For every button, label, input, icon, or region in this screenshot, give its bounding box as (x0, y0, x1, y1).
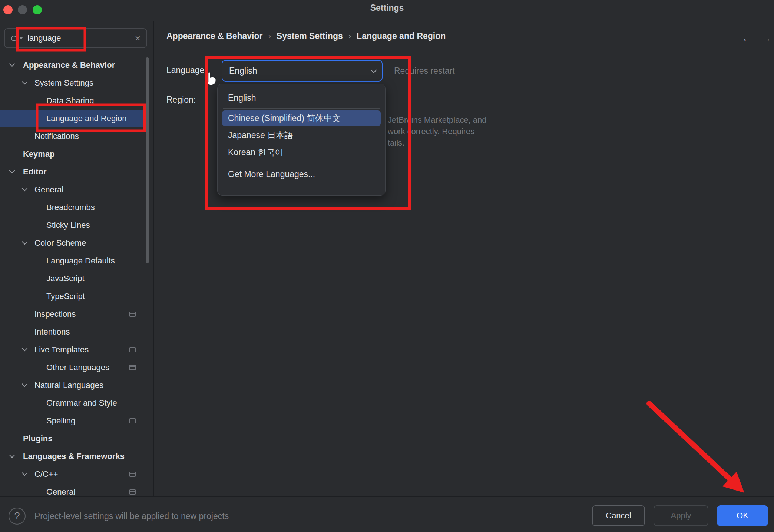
sidebar-item-data-sharing[interactable]: Data Sharing (0, 92, 153, 110)
breadcrumb-separator: › (348, 31, 351, 41)
window-icon (129, 418, 136, 423)
chevron-down-icon (9, 61, 15, 67)
breadcrumb: Appearance & Behavior›System Settings›La… (166, 31, 446, 41)
sidebar-item-breadcrumbs[interactable]: Breadcrumbs (0, 199, 153, 216)
clear-search-icon[interactable]: × (135, 33, 140, 43)
cursor-pointer-icon (204, 71, 217, 87)
chevron-down-icon (371, 67, 377, 73)
sidebar-item-appearance-behavior[interactable]: Appearance & Behavior (0, 56, 153, 74)
chevron-down-icon (22, 470, 28, 476)
annotation-arrow-line (649, 403, 731, 480)
sidebar-item-javascript[interactable]: JavaScript (0, 270, 153, 287)
search-input[interactable] (27, 33, 135, 43)
sidebar-item-languages-frameworks[interactable]: Languages & Frameworks (0, 448, 153, 465)
sidebar-item-color-scheme[interactable]: Color Scheme (0, 234, 153, 252)
window-title: Settings (0, 3, 774, 13)
chevron-down-icon (9, 168, 15, 174)
settings-tree: Appearance & Behavior System Settings Da… (0, 56, 153, 496)
fragment-line: JetBrains Marketplace, and (388, 114, 487, 126)
cancel-button[interactable]: Cancel (592, 505, 645, 526)
sidebar-item-spelling[interactable]: Spelling (0, 412, 153, 430)
chevron-down-icon (9, 452, 15, 458)
settings-search[interactable]: × (4, 28, 147, 48)
dropdown-item-korean[interactable]: Korean 한국어 (218, 144, 385, 161)
fragment-line: work correctly. Requires (388, 126, 487, 137)
annotation-arrow-head (722, 472, 744, 493)
forward-button[interactable]: → (760, 31, 772, 45)
fragment-line: tails. (388, 137, 487, 149)
ok-button[interactable]: OK (717, 505, 768, 526)
language-select-value: English (229, 66, 371, 76)
sidebar-scrollbar[interactable] (146, 57, 149, 263)
language-select[interactable]: English (222, 60, 383, 82)
breadcrumb-language-and-region: Language and Region (357, 31, 446, 41)
language-label: Language: (166, 65, 207, 75)
region-label: Region: (166, 95, 196, 105)
footer-message: Project-level settings will be applied t… (34, 511, 229, 521)
window-icon (129, 489, 136, 495)
chevron-down-icon (22, 346, 28, 352)
sidebar-item-language-and-region[interactable]: Language and Region (0, 110, 153, 127)
dropdown-item-english[interactable]: English (218, 89, 385, 106)
footer-divider (0, 496, 774, 497)
back-button[interactable]: ← (741, 31, 753, 45)
sidebar-item-grammar-and-style[interactable]: Grammar and Style (0, 394, 153, 412)
dropdown-item-get-more-languages[interactable]: Get More Languages... (218, 165, 385, 183)
sidebar-item-other-languages[interactable]: Other Languages (0, 359, 153, 376)
window-icon (129, 365, 136, 370)
chevron-down-icon (22, 186, 28, 192)
sidebar-item-notifications[interactable]: Notifications (0, 127, 153, 145)
dropdown-item-japanese[interactable]: Japanese 日本語 (218, 127, 385, 144)
dropdown-item-chinese-simplified[interactable]: Chinese (Simplified) 简体中文 (222, 110, 381, 126)
help-button[interactable]: ? (9, 508, 26, 525)
sidebar-item-c-cpp[interactable]: C/C++ (0, 465, 153, 483)
window-icon (129, 472, 136, 477)
apply-button[interactable]: Apply (654, 505, 708, 526)
search-icon (11, 36, 17, 41)
dropdown-separator (223, 108, 380, 109)
sidebar-item-sticky-lines[interactable]: Sticky Lines (0, 216, 153, 234)
window-icon (129, 347, 136, 352)
sidebar-item-general[interactable]: General (0, 181, 153, 199)
sidebar-item-typescript[interactable]: TypeScript (0, 287, 153, 305)
region-description-fragments: JetBrains Marketplace, and work correctl… (388, 114, 487, 149)
requires-restart-text: Requires restart (394, 66, 455, 76)
dropdown-separator (223, 163, 380, 163)
sidebar-item-plugins[interactable]: Plugins (0, 430, 153, 448)
sidebar-item-intentions[interactable]: Intentions (0, 323, 153, 341)
sidebar-item-natural-languages[interactable]: Natural Languages (0, 376, 153, 394)
sidebar-item-live-templates[interactable]: Live Templates (0, 341, 153, 359)
sidebar-item-editor[interactable]: Editor (0, 163, 153, 181)
chevron-down-icon (22, 381, 28, 387)
breadcrumb-separator: › (268, 31, 271, 41)
sidebar-divider (153, 21, 154, 496)
breadcrumb-appearance-behavior[interactable]: Appearance & Behavior (166, 31, 262, 41)
language-dropdown-popup: English Chinese (Simplified) 简体中文 Japane… (217, 84, 386, 196)
chevron-down-icon (22, 239, 28, 245)
search-history-chevron-icon[interactable] (19, 37, 23, 39)
sidebar-item-cpp-general[interactable]: General (0, 483, 153, 496)
breadcrumb-system-settings[interactable]: System Settings (277, 31, 343, 41)
sidebar-item-inspections[interactable]: Inspections (0, 305, 153, 323)
window-icon (129, 312, 136, 317)
sidebar-item-keymap[interactable]: Keymap (0, 145, 153, 163)
chevron-down-icon (22, 79, 28, 85)
sidebar-item-language-defaults[interactable]: Language Defaults (0, 252, 153, 270)
sidebar-item-system-settings[interactable]: System Settings (0, 74, 153, 92)
